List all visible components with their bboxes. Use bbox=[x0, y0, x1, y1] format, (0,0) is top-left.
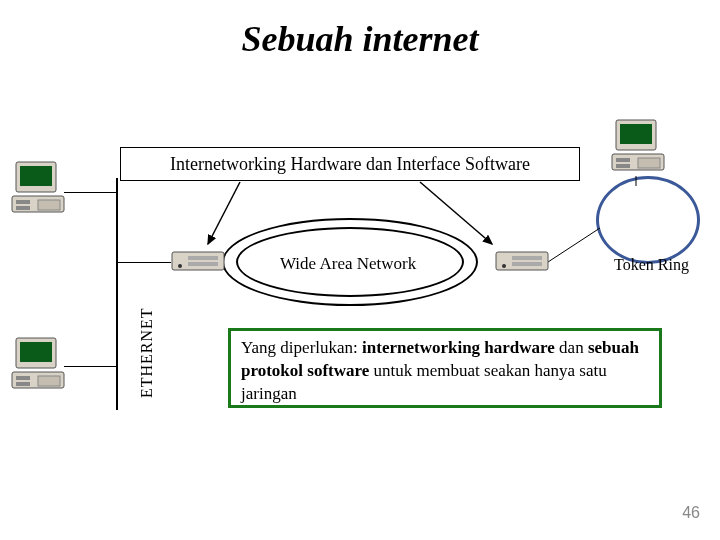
svg-rect-24 bbox=[188, 256, 218, 260]
ethernet-label: ETHERNET bbox=[138, 307, 156, 398]
svg-rect-7 bbox=[16, 200, 30, 204]
wan-label: Wide Area Network bbox=[280, 254, 416, 274]
desc-mid: dan bbox=[555, 338, 588, 357]
computer-icon bbox=[8, 160, 68, 218]
subtitle-box: Internetworking Hardware dan Interface S… bbox=[120, 147, 580, 181]
svg-point-27 bbox=[502, 264, 506, 268]
svg-rect-19 bbox=[616, 158, 630, 162]
svg-line-0 bbox=[208, 182, 240, 244]
svg-rect-21 bbox=[638, 158, 660, 168]
subtitle-text: Internetworking Hardware dan Interface S… bbox=[170, 154, 530, 175]
svg-rect-15 bbox=[38, 376, 60, 386]
svg-rect-9 bbox=[38, 200, 60, 210]
svg-point-23 bbox=[178, 264, 182, 268]
slide-number: 46 bbox=[682, 504, 700, 522]
svg-rect-17 bbox=[620, 124, 652, 144]
svg-rect-13 bbox=[16, 376, 30, 380]
svg-rect-25 bbox=[188, 262, 218, 266]
svg-rect-29 bbox=[512, 262, 542, 266]
token-ring-circle bbox=[596, 176, 700, 264]
ethernet-bus-line bbox=[116, 178, 118, 410]
token-ring-label: Token Ring bbox=[614, 256, 689, 274]
description-box: Yang diperlukan: internetworking hardwar… bbox=[228, 328, 662, 408]
ethernet-tap-line bbox=[117, 262, 171, 263]
svg-rect-14 bbox=[16, 382, 30, 386]
desc-bold-hardware: internetworking hardware bbox=[362, 338, 555, 357]
svg-rect-11 bbox=[20, 342, 52, 362]
ethernet-tap-line bbox=[64, 192, 116, 193]
computer-icon bbox=[608, 118, 668, 176]
description-text: Yang diperlukan: internetworking hardwar… bbox=[241, 338, 639, 403]
router-icon bbox=[170, 246, 226, 276]
ethernet-tap-line bbox=[64, 366, 116, 367]
slide-title: Sebuah internet bbox=[0, 18, 720, 60]
desc-prefix: Yang diperlukan: bbox=[241, 338, 362, 357]
svg-line-2 bbox=[548, 228, 600, 262]
svg-rect-20 bbox=[616, 164, 630, 168]
svg-rect-8 bbox=[16, 206, 30, 210]
computer-icon bbox=[8, 336, 68, 394]
svg-rect-28 bbox=[512, 256, 542, 260]
svg-rect-5 bbox=[20, 166, 52, 186]
router-icon bbox=[494, 246, 550, 276]
